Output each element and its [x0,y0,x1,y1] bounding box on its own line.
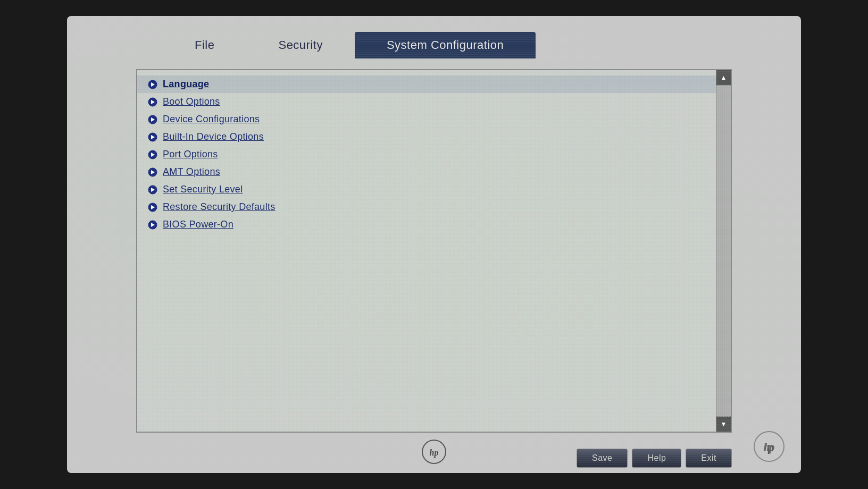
content-area: Language Boot Options Device Configurati… [67,58,801,443]
menu-list: Language Boot Options Device Configurati… [137,70,716,432]
tab-system-configuration[interactable]: System Configuration [355,32,536,58]
hp-logo-stand: hp [421,439,447,465]
menu-arrow-icon-port-options [148,150,157,159]
menu-item-label-port-options: Port Options [163,149,218,160]
menu-arrow-icon-built-in-device-options [148,132,157,142]
scrollbar-track: ▲ ▼ [716,70,731,432]
hp-logo-bottom: /p hp [753,431,785,462]
menu-item-port-options[interactable]: Port Options [137,146,716,163]
scrollbar-up-arrow[interactable]: ▲ [716,70,731,85]
menu-arrow-icon-boot-options [148,97,157,107]
menu-arrow-icon-language [148,80,157,89]
menu-item-set-security-level[interactable]: Set Security Level [137,181,716,198]
menu-arrow-icon-amt-options [148,167,157,177]
svg-text:hp: hp [763,441,774,453]
menu-item-label-bios-power-on: BIOS Power-On [163,219,233,230]
tab-file[interactable]: File [163,32,246,58]
scrollbar-down-arrow[interactable]: ▼ [716,417,731,432]
menu-item-built-in-device-options[interactable]: Built-In Device Options [137,128,716,146]
exit-button[interactable]: Exit [686,449,732,468]
menu-arrow-icon-set-security-level [148,185,157,195]
menu-item-bios-power-on[interactable]: BIOS Power-On [137,216,716,233]
tab-bar: File Security System Configuration [67,16,801,58]
menu-item-label-boot-options: Boot Options [163,96,220,107]
main-panel: Language Boot Options Device Configurati… [136,69,732,433]
help-button[interactable]: Help [632,449,681,468]
save-button[interactable]: Save [577,449,628,468]
menu-item-label-restore-security-defaults: Restore Security Defaults [163,201,276,213]
menu-arrow-icon-device-configurations [148,115,157,124]
menu-item-label-amt-options: AMT Options [163,166,220,178]
menu-item-amt-options[interactable]: AMT Options [137,163,716,181]
monitor-screen: File Security System Configuration Langu… [67,16,801,473]
menu-arrow-icon-bios-power-on [148,220,157,230]
menu-item-device-configurations[interactable]: Device Configurations [137,111,716,128]
menu-item-label-device-configurations: Device Configurations [163,114,260,125]
menu-item-language[interactable]: Language [137,75,716,93]
menu-item-label-language: Language [163,79,209,90]
menu-item-boot-options[interactable]: Boot Options [137,93,716,111]
menu-arrow-icon-restore-security-defaults [148,203,157,212]
menu-item-label-set-security-level: Set Security Level [163,184,243,195]
menu-item-label-built-in-device-options: Built-In Device Options [163,131,264,142]
scrollbar-body[interactable] [716,85,731,417]
tab-security[interactable]: Security [246,32,354,58]
menu-item-restore-security-defaults[interactable]: Restore Security Defaults [137,198,716,216]
svg-text:hp: hp [430,448,439,458]
